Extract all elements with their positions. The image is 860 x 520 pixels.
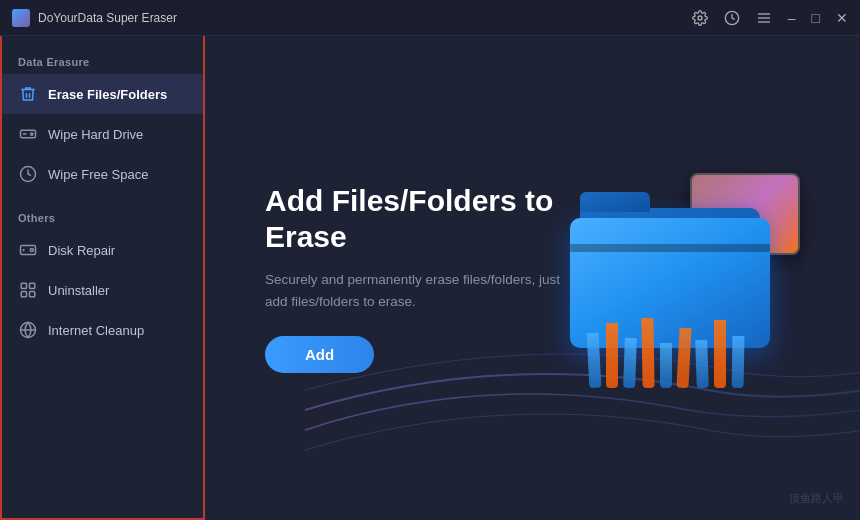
hdd-icon	[18, 124, 38, 144]
app-title: DoYourData Super Eraser	[38, 11, 692, 25]
sidebar-item-label: Wipe Free Space	[48, 167, 148, 182]
sidebar-item-label: Wipe Hard Drive	[48, 127, 143, 142]
svg-rect-13	[30, 283, 35, 288]
maximize-button[interactable]: □	[812, 11, 820, 25]
svg-rect-12	[21, 283, 26, 288]
sidebar-item-label: Internet Cleanup	[48, 323, 144, 338]
close-button[interactable]: ✕	[836, 10, 848, 26]
web-icon	[18, 320, 38, 340]
content-inner: Add Files/Folders to Erase Securely and …	[205, 168, 860, 388]
sidebar-item-erase-files[interactable]: Erase Files/Folders	[2, 74, 203, 114]
watermark: 摸鱼路人甲	[789, 491, 844, 506]
content-area: Add Files/Folders to Erase Securely and …	[205, 36, 860, 520]
settings-icon[interactable]	[692, 10, 708, 26]
svg-rect-14	[21, 292, 26, 297]
app-icon	[12, 9, 30, 27]
sidebar-item-wipe-hard-drive[interactable]: Wipe Hard Drive	[2, 114, 203, 154]
titlebar: DoYourData Super Eraser – □ ✕	[0, 0, 860, 36]
others-label: Others	[2, 204, 203, 230]
sidebar-item-disk-repair[interactable]: Disk Repair	[2, 230, 203, 270]
svg-point-6	[31, 133, 33, 135]
content-title: Add Files/Folders to Erase	[265, 183, 570, 255]
window-controls: – □ ✕	[692, 10, 848, 26]
history-icon[interactable]	[724, 10, 740, 26]
add-button[interactable]: Add	[265, 336, 374, 373]
shredder-strips	[588, 318, 744, 388]
sidebar-item-label: Erase Files/Folders	[48, 87, 167, 102]
erase-icon	[18, 84, 38, 104]
sidebar: Data Erasure Erase Files/Folders	[0, 36, 205, 520]
uninstall-icon	[18, 280, 38, 300]
menu-icon[interactable]	[756, 10, 772, 26]
content-text: Add Files/Folders to Erase Securely and …	[265, 183, 570, 373]
sidebar-item-uninstaller[interactable]: Uninstaller	[2, 270, 203, 310]
svg-point-0	[698, 16, 702, 20]
folder-illustration	[570, 168, 810, 388]
sidebar-item-wipe-free-space[interactable]: Wipe Free Space	[2, 154, 203, 194]
content-description: Securely and permanently erase files/fol…	[265, 269, 570, 312]
data-erasure-label: Data Erasure	[2, 48, 203, 74]
sidebar-item-label: Disk Repair	[48, 243, 115, 258]
sidebar-item-internet-cleanup[interactable]: Internet Cleanup	[2, 310, 203, 350]
disk-icon	[18, 240, 38, 260]
clock-icon	[18, 164, 38, 184]
svg-rect-15	[30, 292, 35, 297]
svg-point-11	[30, 249, 33, 252]
minimize-button[interactable]: –	[788, 11, 796, 25]
sidebar-item-label: Uninstaller	[48, 283, 109, 298]
main-layout: Data Erasure Erase Files/Folders	[0, 36, 860, 520]
